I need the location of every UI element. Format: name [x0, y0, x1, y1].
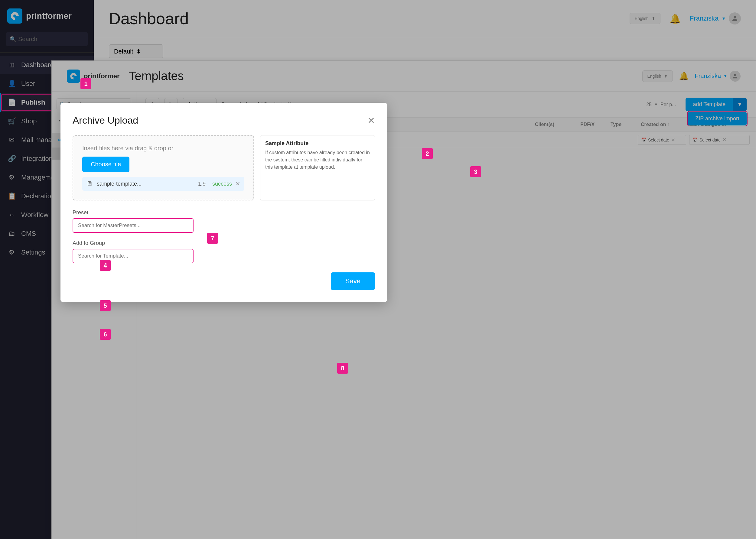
file-size: 1.9 [198, 181, 206, 187]
upload-area: Insert files here via drag & drop or Cho… [73, 135, 375, 200]
badge-2: 2 [422, 148, 433, 159]
choose-file-btn[interactable]: Choose file [82, 157, 129, 172]
modal-close-btn[interactable]: ✕ [368, 115, 375, 126]
preset-input[interactable] [73, 218, 194, 233]
sample-attr-text: If custom attributes have already been c… [265, 149, 370, 171]
badge-7: 7 [207, 233, 218, 244]
file-remove-btn[interactable]: ✕ [236, 181, 240, 187]
save-btn[interactable]: Save [331, 272, 375, 290]
drop-text: Insert files here via drag & drop or [82, 145, 244, 152]
modal-header: Archive Upload ✕ [73, 115, 375, 126]
group-input[interactable] [73, 249, 194, 263]
sample-attr-title: Sample Attribute [265, 140, 370, 147]
file-status: success [212, 181, 232, 187]
modal-title: Archive Upload [73, 115, 138, 126]
sample-attribute-panel: Sample Attribute If custom attributes ha… [260, 135, 375, 200]
file-item: 🗎 sample-template... 1.9 success ✕ [82, 177, 244, 191]
preset-label: Preset [73, 209, 375, 216]
group-label: Add to Group [73, 240, 375, 246]
badge-1: 1 [80, 78, 91, 89]
group-field-group: Add to Group [73, 240, 375, 263]
badge-6: 6 [100, 329, 111, 340]
badge-8: 8 [337, 363, 348, 374]
file-name: sample-template... [97, 181, 195, 187]
badge-5: 5 [100, 300, 111, 311]
archive-upload-modal: Archive Upload ✕ Insert files here via d… [60, 103, 387, 302]
drop-zone[interactable]: Insert files here via drag & drop or Cho… [73, 135, 254, 200]
modal-footer: Save [73, 272, 375, 290]
badge-4: 4 [100, 260, 111, 271]
file-icon: 🗎 [86, 180, 93, 188]
badge-3: 3 [470, 166, 481, 177]
preset-field-group: Preset [73, 209, 375, 233]
